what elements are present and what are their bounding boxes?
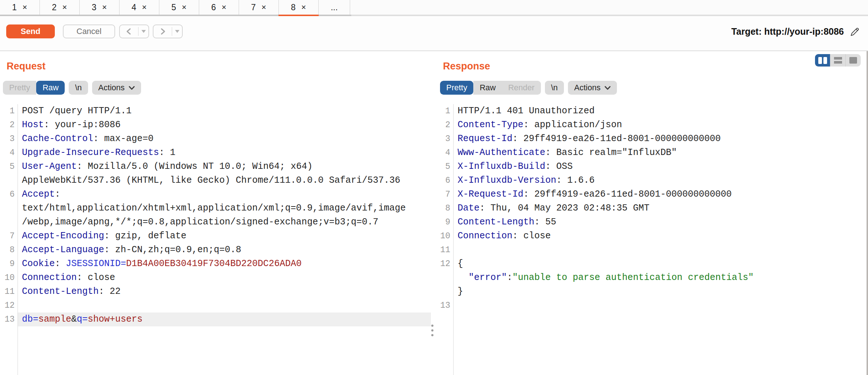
line-number: 13	[437, 301, 453, 310]
code-text[interactable]: X-Influxdb-Build: OSS	[453, 160, 867, 174]
request-editor[interactable]: 1POST /query HTTP/1.12Host: your-ip:8086…	[0, 104, 437, 375]
tab-label: \n	[551, 83, 558, 92]
code-text[interactable]: Accept-Encoding: gzip, deflate	[18, 229, 431, 243]
code-text[interactable]: Content-Length: 55	[453, 215, 867, 229]
code-text[interactable]: X-Influxdb-Version: 1.6.6	[453, 174, 867, 188]
code-text[interactable]: HTTP/1.1 401 Unauthorized	[453, 104, 867, 118]
chevron-down-icon	[604, 86, 611, 90]
code-text[interactable]: Accept:	[18, 188, 431, 201]
repeater-tab-label: 6	[211, 3, 216, 12]
repeater-tab-2[interactable]: 2✕	[40, 0, 80, 15]
request-tab-linebreak[interactable]: \n	[69, 81, 88, 95]
code-text[interactable]: Connection: close	[18, 271, 431, 285]
code-text[interactable]: Content-Length: 22	[18, 285, 431, 299]
layout-columns-button[interactable]	[815, 54, 830, 67]
request-line: 2Host: your-ip:8086	[0, 118, 437, 132]
repeater-tab-1[interactable]: 1✕	[0, 0, 40, 15]
code-text[interactable]: }	[453, 285, 867, 299]
code-text[interactable]: /webp,image/apng,*/*;q=0.8,application/s…	[18, 215, 431, 229]
code-text[interactable]: Connection: close	[453, 229, 867, 243]
code-text[interactable]: {	[453, 257, 867, 271]
send-button[interactable]: Send	[6, 24, 55, 38]
response-view-tabs: PrettyRawRender\nActions	[440, 80, 617, 95]
repeater-tab-...[interactable]: ...	[319, 0, 350, 15]
request-tab-pretty[interactable]: Pretty	[3, 81, 36, 95]
tab-label: Raw	[480, 83, 496, 92]
history-back-button[interactable]	[119, 24, 149, 38]
line-number: 11	[0, 287, 18, 296]
request-tab-raw[interactable]: Raw	[36, 81, 65, 95]
repeater-tab-label: 8	[291, 3, 296, 12]
tab-label: Actions	[574, 83, 600, 92]
response-line: 12{	[437, 257, 867, 271]
code-text[interactable]: Date: Thu, 04 May 2023 02:48:35 GMT	[453, 201, 867, 215]
tab-close-icon[interactable]: ✕	[22, 4, 27, 11]
tab-close-icon[interactable]: ✕	[102, 4, 107, 11]
gutter-divider	[18, 104, 18, 375]
request-view-tabs: PrettyRaw\nActions	[3, 80, 141, 95]
response-line: 3Request-Id: 29ff4919-ea26-11ed-8001-000…	[437, 132, 867, 146]
code-text[interactable]: User-Agent: Mozilla/5.0 (Windows NT 10.0…	[18, 160, 431, 174]
layout-rows-button[interactable]	[830, 54, 846, 67]
request-tab-actions[interactable]: Actions	[92, 81, 141, 95]
history-forward-button[interactable]	[153, 24, 183, 38]
tab-close-icon[interactable]: ✕	[221, 4, 227, 11]
code-text[interactable]: "error":"unable to parse authentication …	[453, 271, 867, 285]
code-text[interactable]: AppleWebKit/537.36 (KHTML, like Gecko) C…	[18, 174, 431, 188]
response-tab-render[interactable]: Render	[502, 81, 541, 95]
code-text[interactable]: Accept-Language: zh-CN,zh;q=0.9,en;q=0.8	[18, 243, 431, 257]
cancel-button[interactable]: Cancel	[63, 24, 115, 38]
response-line: 7X-Request-Id: 29ff4919-ea26-11ed-8001-0…	[437, 188, 867, 201]
tab-close-icon[interactable]: ✕	[142, 4, 147, 11]
request-panel: Request PrettyRaw\nActions 1POST /query …	[0, 51, 437, 375]
layout-single-button[interactable]	[846, 54, 861, 67]
code-text[interactable]: X-Request-Id: 29ff4919-ea26-11ed-8001-00…	[453, 188, 867, 201]
code-text[interactable]: Cookie: JSESSIONID=D1B4A00EB30419F7304BD…	[18, 257, 431, 271]
scrollbar-track[interactable]	[867, 51, 868, 375]
tab-close-icon[interactable]: ✕	[182, 4, 187, 11]
tab-label: \n	[75, 83, 82, 92]
repeater-tab-4[interactable]: 4✕	[120, 0, 159, 15]
tab-close-icon[interactable]: ✕	[62, 4, 67, 11]
code-text[interactable]: Cache-Control: max-age=0	[18, 132, 431, 146]
view-tab-group: PrettyRawRender	[440, 81, 541, 95]
back-dropdown-arrow-icon[interactable]	[139, 30, 148, 33]
repeater-tab-label: ...	[331, 3, 338, 12]
tab-close-icon[interactable]: ✕	[301, 4, 306, 11]
code-text[interactable]: POST /query HTTP/1.1	[18, 104, 431, 118]
response-tab-actions[interactable]: Actions	[568, 81, 617, 95]
code-text[interactable]: db=sample&q=show+users	[18, 312, 431, 326]
code-text[interactable]: Upgrade-Insecure-Requests: 1	[18, 146, 431, 160]
line-number: 1	[437, 106, 453, 116]
code-text[interactable]: Host: your-ip:8086	[18, 118, 431, 132]
repeater-tab-6[interactable]: 6✕	[199, 0, 239, 15]
repeater-tab-5[interactable]: 5✕	[159, 0, 199, 15]
edit-target-icon[interactable]	[850, 27, 860, 37]
request-line: text/html,application/xhtml+xml,applicat…	[0, 201, 437, 215]
request-line: 12	[0, 299, 437, 312]
line-number: 10	[437, 231, 453, 241]
request-line: 1POST /query HTTP/1.1	[0, 104, 437, 118]
response-line: 13	[437, 299, 867, 312]
response-line: 11	[437, 243, 867, 257]
code-text[interactable]: Content-Type: application/json	[453, 118, 867, 132]
code-text[interactable]: text/html,application/xhtml+xml,applicat…	[18, 201, 431, 215]
response-editor[interactable]: 1HTTP/1.1 401 Unauthorized2Content-Type:…	[437, 104, 867, 375]
repeater-tab-7[interactable]: 7✕	[239, 0, 279, 15]
response-tab-linebreak[interactable]: \n	[545, 81, 564, 95]
request-line: 3Cache-Control: max-age=0	[0, 132, 437, 146]
repeater-tab-3[interactable]: 3✕	[80, 0, 120, 15]
repeater-tab-8[interactable]: 8✕	[279, 0, 319, 15]
response-tab-pretty[interactable]: Pretty	[440, 81, 473, 95]
code-text[interactable]: Www-Authenticate: Basic realm="InfluxDB"	[453, 146, 867, 160]
request-line: 5User-Agent: Mozilla/5.0 (Windows NT 10.…	[0, 160, 437, 174]
code-text[interactable]: Request-Id: 29ff4919-ea26-11ed-8001-0000…	[453, 132, 867, 146]
response-line: 5X-Influxdb-Build: OSS	[437, 160, 867, 174]
forward-icon[interactable]	[153, 27, 172, 35]
back-icon[interactable]	[120, 27, 138, 35]
forward-dropdown-arrow-icon[interactable]	[172, 30, 182, 33]
toolbar: Send Cancel Target: http://your-ip:8086	[0, 16, 868, 51]
response-tab-raw[interactable]: Raw	[473, 81, 502, 95]
splitter-handle[interactable]	[431, 325, 433, 336]
tab-close-icon[interactable]: ✕	[261, 4, 266, 11]
